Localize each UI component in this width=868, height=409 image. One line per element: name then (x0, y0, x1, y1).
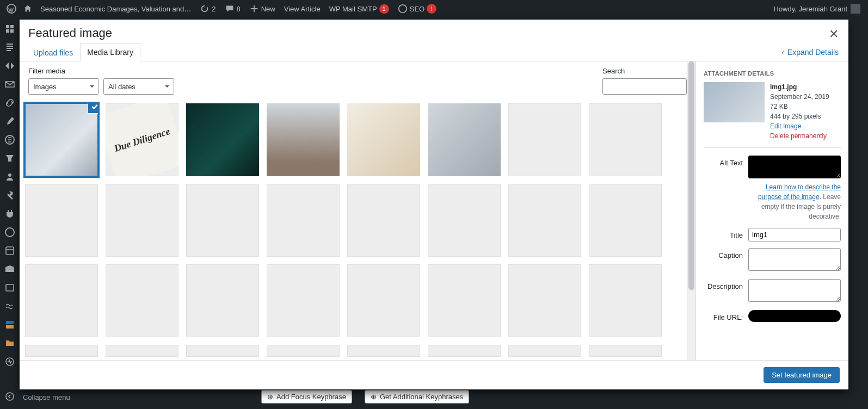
svg-point-0 (7, 4, 16, 13)
search-input[interactable] (602, 78, 687, 95)
sidebar-activity-icon[interactable] (0, 352, 20, 371)
attachment-item[interactable]: Due Diligence (106, 103, 178, 176)
attachment-item[interactable] (106, 345, 178, 357)
attachment-item[interactable] (267, 345, 340, 357)
attachment-item[interactable] (589, 103, 662, 176)
close-icon[interactable]: ✕ (827, 25, 841, 44)
set-featured-image-button[interactable]: Set featured image (764, 367, 840, 383)
sidebar-settings-icon[interactable] (0, 186, 20, 205)
svg-rect-5 (6, 247, 14, 255)
attachments-scrollbar[interactable] (687, 61, 695, 360)
attachment-item[interactable] (347, 103, 420, 176)
sidebar-tools-icon[interactable] (0, 112, 20, 131)
attachment-item[interactable] (589, 345, 662, 357)
bg-add-focus-keyphrase: ⊕Add Focus Keyphrase (261, 390, 352, 404)
tab-upload-files[interactable]: Upload files (26, 44, 80, 61)
attachment-item[interactable] (186, 184, 259, 257)
sidebar-mail-icon[interactable] (0, 75, 20, 94)
title-label: Title (704, 228, 743, 239)
media-tabs: Upload files Media Library Expand Detail… (20, 42, 848, 61)
attachment-item[interactable] (267, 264, 340, 337)
wp-logo-icon[interactable] (3, 0, 20, 17)
description-input[interactable] (748, 279, 841, 302)
site-name-link[interactable]: Seasoned Economic Damages, Valuation and… (36, 0, 195, 17)
wp-mail-smtp-link[interactable]: WP Mail SMTP 1 (325, 0, 393, 17)
alt-text-input[interactable] (748, 156, 841, 178)
new-content-link[interactable]: New (245, 0, 280, 17)
attachment-item[interactable] (428, 184, 501, 257)
seo-badge: ! (427, 4, 436, 14)
expand-details-link[interactable]: Expand Details (781, 44, 842, 61)
attachment-item[interactable] (25, 264, 98, 337)
svg-point-1 (399, 5, 407, 13)
attachment-item[interactable] (106, 184, 178, 257)
sidebar-plugins-icon[interactable] (0, 205, 20, 223)
attachment-item[interactable] (428, 103, 501, 176)
attachment-item[interactable] (347, 184, 420, 257)
description-label: Description (704, 279, 743, 290)
sidebar-content-icon[interactable] (0, 278, 20, 297)
file-url-input[interactable] (748, 310, 841, 322)
svg-rect-8 (6, 321, 14, 324)
sidebar-dashboard-icon[interactable] (0, 20, 20, 38)
attachment-item[interactable] (25, 103, 98, 176)
attachment-item[interactable] (106, 264, 178, 337)
file-url-label: File URL: (704, 310, 743, 321)
attachment-date: September 24, 2019 (770, 92, 829, 102)
sidebar-feedback-icon[interactable] (0, 57, 20, 75)
featured-image-modal: ✕ Featured image Upload files Media Libr… (20, 20, 848, 389)
filter-type-select[interactable]: Images (28, 78, 99, 95)
seo-link[interactable]: SEO ! (393, 0, 441, 17)
attachment-item[interactable] (508, 184, 581, 257)
filter-media-label: Filter media (28, 67, 174, 75)
attachment-details-panel: ATTACHMENT DETAILS img1.jpg September 24… (696, 61, 848, 360)
delete-permanently-link[interactable]: Delete permanently (770, 132, 827, 140)
sidebar-users-icon[interactable] (0, 168, 20, 186)
sidebar-seo-icon[interactable] (0, 223, 20, 241)
sidebar-folders-icon[interactable] (0, 334, 20, 352)
attachment-item[interactable] (25, 345, 98, 357)
comments-link[interactable]: 8 (220, 0, 245, 17)
attachment-item[interactable] (508, 264, 581, 337)
attachment-item[interactable] (186, 103, 259, 176)
attachment-item[interactable] (267, 103, 340, 176)
attachment-item[interactable] (347, 345, 420, 357)
attachment-item[interactable] (428, 264, 501, 337)
sidebar-collapse-icon[interactable] (0, 387, 20, 406)
filter-date-select[interactable]: All dates (103, 78, 174, 95)
attachment-item[interactable] (267, 184, 340, 257)
sidebar-smtp-icon[interactable] (0, 260, 20, 278)
sidebar-appearance-icon[interactable] (0, 149, 20, 168)
sidebar-links-icon[interactable] (0, 94, 20, 112)
howdy-user[interactable]: Howdy, Jeremiah Grant (769, 0, 865, 17)
attachment-item[interactable] (186, 345, 259, 357)
edit-image-link[interactable]: Edit Image (770, 122, 801, 130)
sidebar-templates-icon[interactable] (0, 241, 20, 260)
wp-mail-smtp-badge: 1 (379, 4, 389, 14)
title-input[interactable] (748, 228, 841, 241)
sidebar-builder-icon[interactable] (0, 315, 20, 334)
attachment-item[interactable] (589, 184, 662, 257)
caption-input[interactable] (748, 248, 841, 271)
attachment-item[interactable] (186, 264, 259, 337)
sidebar-waves-icon[interactable] (0, 297, 20, 315)
home-icon[interactable] (20, 0, 36, 17)
refresh-icon (200, 4, 210, 14)
updates-link[interactable]: 2 (195, 0, 220, 17)
attachment-dimensions: 444 by 295 pixels (770, 111, 829, 121)
tab-media-library[interactable]: Media Library (80, 43, 140, 61)
sidebar-posts-icon[interactable] (0, 38, 20, 57)
attachment-item[interactable] (25, 184, 98, 257)
attachment-item[interactable] (347, 264, 420, 337)
attachment-item[interactable] (428, 345, 501, 357)
avatar (851, 4, 860, 14)
attachment-item[interactable] (508, 345, 581, 357)
bg-get-additional-keyphrases: ⊕Get Additional Keyphrases (365, 390, 469, 404)
attachment-item[interactable] (508, 103, 581, 176)
view-article-link[interactable]: View Article (280, 0, 325, 17)
sidebar-elementor-icon[interactable] (0, 131, 20, 149)
attachment-item[interactable] (589, 264, 662, 337)
search-label: Search (602, 67, 687, 75)
collapse-menu-label[interactable]: Collapse menu (20, 393, 70, 401)
alt-text-help: Learn how to describe the purpose of the… (748, 182, 841, 221)
